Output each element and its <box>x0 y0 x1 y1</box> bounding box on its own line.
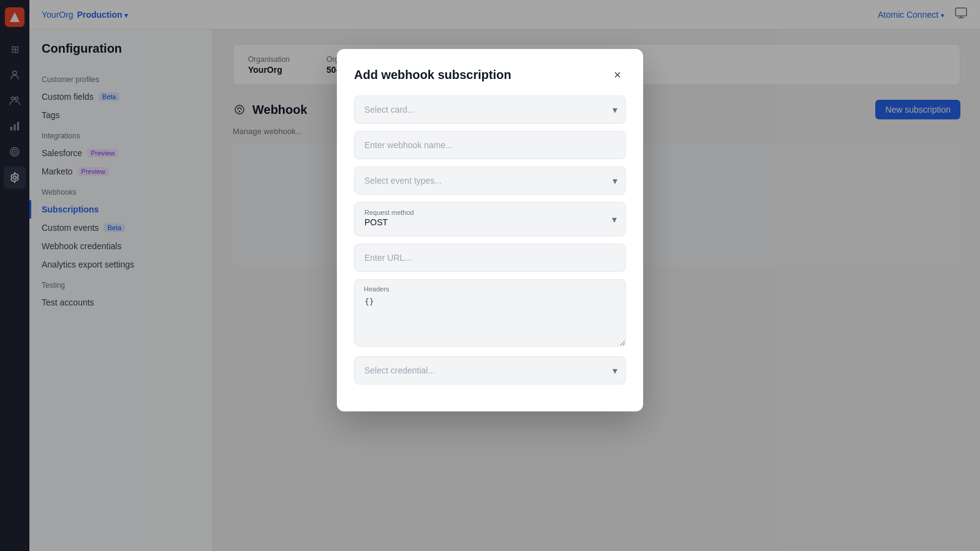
select-card-wrapper: Select card... ▾ <box>354 96 626 124</box>
request-method-chevron-icon: ▾ <box>612 214 617 225</box>
request-method-dropdown[interactable]: Request method POST ▾ <box>354 202 626 236</box>
select-card-field: Select card... ▾ <box>354 96 626 124</box>
select-card-dropdown[interactable]: Select card... <box>354 96 626 124</box>
headers-field: Headers {} <box>354 279 626 349</box>
select-event-types-wrapper: Select event types... ▾ <box>354 167 626 195</box>
request-method-field: Request method POST ▾ <box>354 202 626 236</box>
webhook-name-input[interactable] <box>354 131 626 159</box>
select-credential-dropdown[interactable]: Select credential... <box>354 356 626 384</box>
modal-close-button[interactable]: × <box>609 66 626 83</box>
url-field <box>354 244 626 272</box>
select-event-types-dropdown[interactable]: Select event types... <box>354 167 626 195</box>
select-event-types-field: Select event types... ▾ <box>354 167 626 195</box>
request-method-label: Request method <box>364 209 414 216</box>
select-credential-field: Select credential... ▾ <box>354 356 626 384</box>
headers-label: Headers <box>364 285 390 293</box>
modal-title: Add webhook subscription <box>354 68 511 82</box>
webhook-name-field <box>354 131 626 159</box>
add-webhook-modal: Add webhook subscription × Select card..… <box>337 49 643 411</box>
headers-textarea[interactable]: {} <box>354 279 626 347</box>
select-credential-wrapper: Select credential... ▾ <box>354 356 626 384</box>
request-method-value: POST <box>364 217 616 227</box>
modal-header: Add webhook subscription × <box>354 66 626 83</box>
url-input[interactable] <box>354 244 626 272</box>
modal-overlay[interactable]: Add webhook subscription × Select card..… <box>0 0 980 551</box>
